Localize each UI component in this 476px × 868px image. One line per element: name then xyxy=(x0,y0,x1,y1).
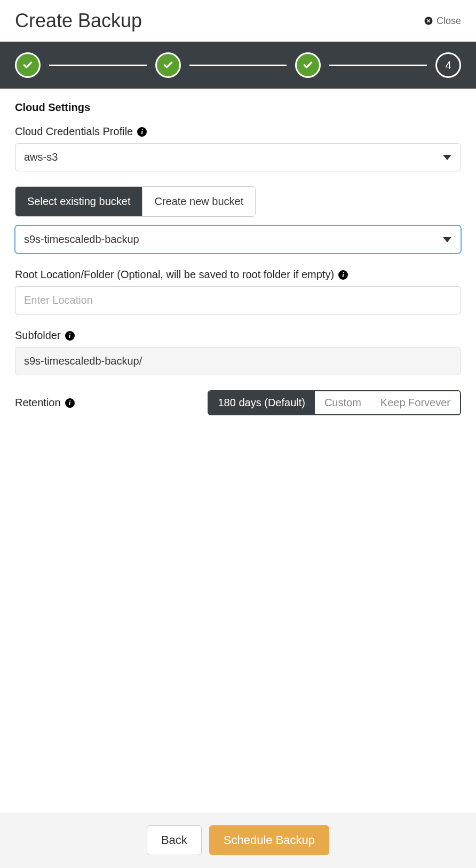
step-connector xyxy=(189,65,287,66)
info-icon[interactable]: i xyxy=(338,270,348,280)
credentials-label: Cloud Credentials Profile i xyxy=(15,125,461,138)
info-icon[interactable]: i xyxy=(65,398,75,408)
root-location-input[interactable] xyxy=(15,286,461,314)
info-icon[interactable]: i xyxy=(65,331,75,341)
step-connector xyxy=(49,65,147,66)
retention-row: Retention i 180 days (Default) Custom Ke… xyxy=(15,390,461,415)
check-icon xyxy=(303,60,313,70)
step-connector xyxy=(329,65,427,66)
step-1[interactable] xyxy=(15,52,41,78)
step-3[interactable] xyxy=(295,52,321,78)
modal-header: Create Backup Close xyxy=(0,0,476,42)
section-title: Cloud Settings xyxy=(15,101,461,114)
check-icon xyxy=(22,60,33,70)
close-label: Close xyxy=(437,15,461,27)
form-body: Cloud Settings Cloud Credentials Profile… xyxy=(0,89,476,812)
footer: Back Schedule Backup xyxy=(0,812,476,868)
close-button[interactable]: Close xyxy=(424,15,461,27)
step-2[interactable] xyxy=(155,52,181,78)
credentials-select-wrap xyxy=(15,143,461,171)
retention-custom[interactable]: Custom xyxy=(315,391,371,414)
root-location-label: Root Location/Folder (Optional, will be … xyxy=(15,269,461,281)
retention-segmented: 180 days (Default) Custom Keep Forvever xyxy=(208,390,462,415)
schedule-backup-button[interactable]: Schedule Backup xyxy=(209,825,329,855)
subfolder-value: s9s-timescaledb-backup/ xyxy=(15,347,461,375)
check-icon xyxy=(163,60,173,70)
tab-select-existing-bucket[interactable]: Select existing bucket xyxy=(15,187,142,216)
stepper: 4 xyxy=(0,42,476,89)
subfolder-label: Subfolder i xyxy=(15,329,461,342)
retention-forever[interactable]: Keep Forvever xyxy=(371,391,460,414)
bucket-select-wrap xyxy=(15,225,461,254)
bucket-tab-group: Select existing bucket Create new bucket xyxy=(15,186,256,217)
tab-create-new-bucket[interactable]: Create new bucket xyxy=(142,187,255,216)
retention-label: Retention i xyxy=(15,397,75,409)
retention-default[interactable]: 180 days (Default) xyxy=(209,391,315,414)
page-title: Create Backup xyxy=(15,10,142,32)
step-number: 4 xyxy=(445,59,451,72)
info-icon[interactable]: i xyxy=(137,127,147,137)
step-4[interactable]: 4 xyxy=(435,52,461,78)
bucket-select[interactable] xyxy=(15,225,461,254)
back-button[interactable]: Back xyxy=(147,825,202,855)
close-icon xyxy=(424,16,433,26)
credentials-select[interactable] xyxy=(15,143,461,171)
